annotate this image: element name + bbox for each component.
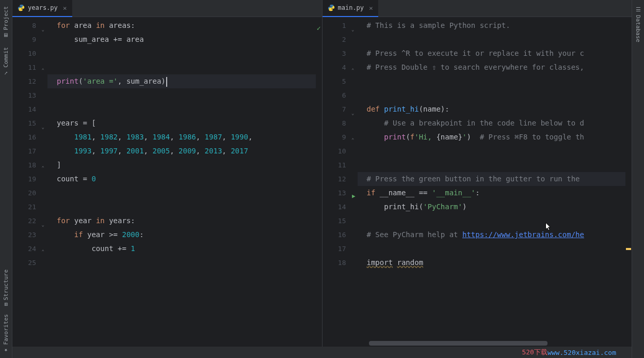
fold-icon[interactable]: ⌄ [42, 23, 44, 37]
code-line[interactable]: if year >= 2000: [57, 228, 322, 242]
code-line[interactable]: # Press the green button in the gutter t… [367, 172, 632, 186]
left-code-lines[interactable]: for area in areas: sum_area += areaprint… [47, 17, 322, 347]
code-line[interactable] [57, 88, 322, 102]
line-number[interactable]: 4⌃ [323, 60, 346, 74]
line-number[interactable]: 18 [323, 256, 346, 270]
line-number[interactable]: 13 [12, 88, 36, 102]
code-line[interactable]: # This is a sample Python script. [367, 19, 632, 33]
line-number[interactable]: 22⌄ [12, 214, 36, 228]
line-number[interactable]: 1⌄ [323, 19, 346, 33]
code-line[interactable] [367, 74, 632, 88]
line-number[interactable]: 25 [12, 256, 36, 270]
line-number[interactable]: 6 [323, 88, 346, 102]
code-line[interactable]: for area in areas: [57, 19, 322, 33]
tool-structure[interactable]: ⊞ Structure [2, 266, 10, 310]
fold-icon[interactable]: ⌄ [42, 218, 44, 232]
tool-project[interactable]: ▤ Project [2, 2, 10, 43]
line-number[interactable]: 9 [12, 33, 36, 46]
line-number[interactable]: 14 [12, 102, 36, 116]
code-line[interactable]: if __name__ == '__main__': [367, 186, 632, 200]
code-line[interactable]: import random [367, 256, 632, 270]
line-number[interactable]: 17 [323, 242, 346, 256]
code-line[interactable]: # See PyCharm help at https://www.jetbra… [367, 228, 632, 242]
code-line[interactable]: def print_hi(name): [367, 102, 632, 116]
code-line[interactable]: for year in years: [57, 214, 322, 228]
line-number[interactable]: 13▶ [323, 186, 346, 200]
tab-main-py[interactable]: main.py × [323, 0, 378, 17]
code-line[interactable] [57, 60, 322, 74]
code-line[interactable]: ] [57, 158, 322, 172]
code-line[interactable]: 1981, 1982, 1983, 1984, 1986, 1987, 1990… [57, 130, 322, 144]
line-number[interactable]: 10 [323, 144, 346, 158]
code-line[interactable]: # Press Double ⇧ to search everywhere fo… [367, 60, 632, 74]
line-number[interactable]: 3 [323, 46, 346, 60]
fold-end-icon[interactable]: ⌃ [42, 245, 44, 259]
code-line[interactable]: years = [ [57, 116, 322, 130]
code-line[interactable] [57, 200, 322, 214]
line-number[interactable]: 17 [12, 144, 36, 158]
right-code-area[interactable]: 1⌄234⌃567⌄89⌃10111213▶1415161718 # This … [323, 17, 632, 347]
left-code-area[interactable]: 8⌄91011⌃12131415⌄161718⌃19202122⌄2324⌃25… [12, 17, 322, 347]
right-code-lines[interactable]: # This is a sample Python script.# Press… [358, 17, 632, 347]
line-number[interactable]: 9⌃ [323, 130, 346, 144]
line-number[interactable]: 12 [323, 172, 346, 186]
code-line[interactable] [367, 88, 632, 102]
code-line[interactable] [367, 144, 632, 158]
line-number[interactable]: 10 [12, 46, 36, 60]
line-number[interactable]: 11 [323, 158, 346, 172]
code-line[interactable]: 1993, 1997, 2001, 2005, 2009, 2013, 2017 [57, 144, 322, 158]
line-number[interactable]: 20 [12, 186, 36, 200]
footer-link[interactable]: www.520xiazai.com [548, 349, 616, 356]
line-number[interactable]: 18⌃ [12, 158, 36, 172]
line-number[interactable]: 2 [323, 33, 346, 46]
code-line[interactable]: sum_area += area [57, 33, 322, 46]
line-number[interactable]: 14 [323, 200, 346, 214]
line-number[interactable]: 15 [323, 214, 346, 228]
code-line[interactable] [57, 46, 322, 60]
fold-end-icon[interactable]: ⌃ [42, 161, 44, 175]
fold-icon[interactable]: ⌄ [42, 120, 44, 134]
tool-commit[interactable]: ✓ Commit [2, 43, 10, 81]
close-icon[interactable]: × [63, 4, 67, 12]
fold-icon[interactable]: ⌄ [351, 106, 354, 120]
code-line[interactable] [367, 214, 632, 228]
line-number[interactable]: 23 [12, 228, 36, 242]
line-number[interactable]: 8 [323, 116, 346, 130]
left-gutter[interactable]: 8⌄91011⌃12131415⌄161718⌃19202122⌄2324⌃25 [12, 17, 47, 347]
tab-years-py[interactable]: years.py × [12, 0, 72, 17]
code-line[interactable]: count += 1 [57, 242, 322, 256]
code-line[interactable]: print('area =', sum_area) [57, 74, 322, 88]
code-line[interactable]: print_hi('PyCharm') [367, 200, 632, 214]
line-number[interactable]: 7⌄ [323, 102, 346, 116]
line-number[interactable]: 8⌄ [12, 19, 36, 33]
close-icon[interactable]: × [369, 4, 373, 12]
tool-database[interactable]: ☰ Database [634, 2, 642, 46]
code-line[interactable]: # Press ^R to execute it or replace it w… [367, 46, 632, 60]
fold-end-icon[interactable]: ⌃ [351, 64, 354, 77]
code-line[interactable] [57, 256, 322, 270]
line-number[interactable]: 16 [323, 228, 346, 242]
run-gutter-icon[interactable]: ▶ [352, 189, 356, 203]
code-line[interactable] [57, 102, 322, 116]
line-number[interactable]: 15⌄ [12, 116, 36, 130]
tool-favorites[interactable]: ★ Favorites [2, 310, 10, 358]
fold-end-icon[interactable]: ⌃ [351, 133, 354, 147]
line-number[interactable]: 24⌃ [12, 242, 36, 256]
right-gutter[interactable]: 1⌄234⌃567⌄89⌃10111213▶1415161718 [323, 17, 358, 347]
line-number[interactable]: 5 [323, 74, 346, 88]
code-line[interactable] [367, 158, 632, 172]
code-line[interactable] [367, 242, 632, 256]
code-line[interactable]: print(f'Hi, {name}') # Press ⌘F8 to togg… [367, 130, 632, 144]
code-line[interactable] [367, 33, 632, 46]
horizontal-scrollbar[interactable] [369, 341, 625, 347]
line-number[interactable]: 11⌃ [12, 60, 36, 74]
scrollbar-thumb[interactable] [369, 341, 548, 346]
code-line[interactable]: count = 0 [57, 172, 322, 186]
fold-icon[interactable]: ⌄ [351, 23, 354, 37]
line-number[interactable]: 12 [12, 74, 36, 88]
fold-end-icon[interactable]: ⌃ [42, 64, 44, 77]
line-number[interactable]: 21 [12, 200, 36, 214]
line-number[interactable]: 19 [12, 172, 36, 186]
code-line[interactable]: # Use a breakpoint in the code line belo… [367, 116, 632, 130]
line-number[interactable]: 16 [12, 130, 36, 144]
